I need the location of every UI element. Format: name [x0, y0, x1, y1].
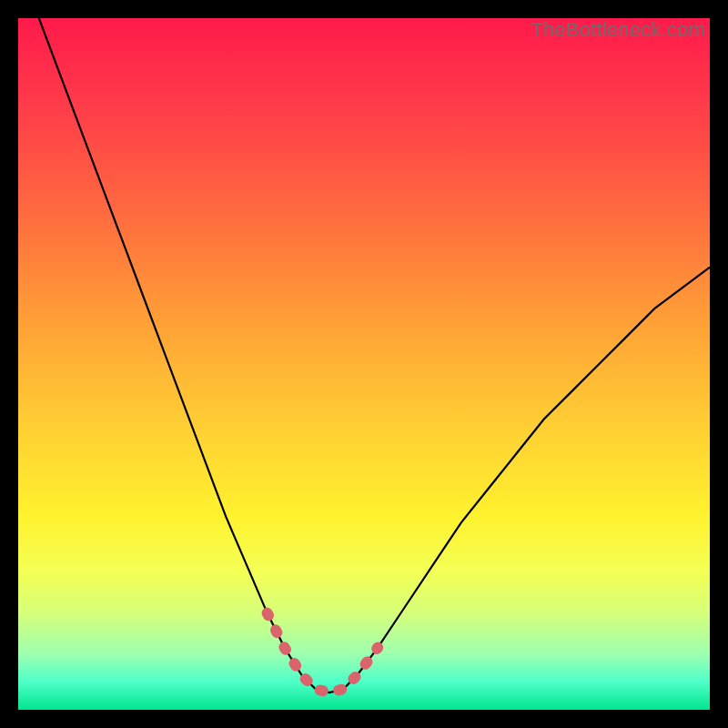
- watermark-text: TheBottleneck.com: [531, 18, 705, 42]
- bottleneck-plot: [18, 18, 710, 710]
- chart-frame: TheBottleneck.com: [18, 18, 710, 710]
- gradient-background: [18, 18, 710, 710]
